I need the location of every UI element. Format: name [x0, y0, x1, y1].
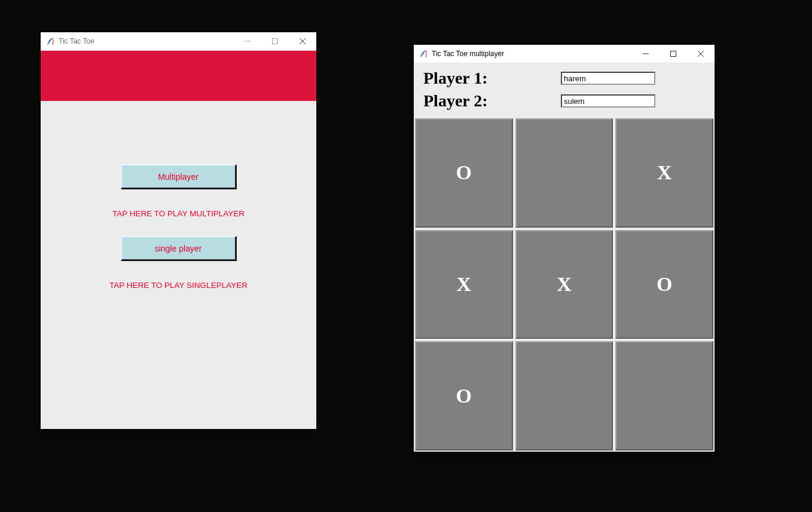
player1-input[interactable]	[561, 72, 655, 85]
cell-2-1[interactable]	[515, 341, 613, 450]
multiplayer-button-label: Multiplayer	[158, 172, 199, 182]
player2-label: Player 2:	[423, 91, 561, 111]
cell-2-2[interactable]	[615, 341, 713, 450]
multiplayer-button[interactable]: Multiplayer	[121, 164, 237, 189]
tk-feather-icon	[419, 49, 428, 59]
multiplayer-caption: TAP HERE TO PLAY MULTIPLAYER	[41, 209, 316, 218]
game-grid: O X X X O O	[414, 118, 715, 452]
cell-0-0[interactable]: O	[415, 118, 513, 228]
close-button[interactable]	[687, 45, 715, 63]
singleplayer-caption: TAP HERE TO PLAY SINGLEPLAYER	[41, 281, 316, 290]
header-band	[41, 51, 316, 101]
svg-rect-5	[671, 51, 676, 57]
tk-feather-icon	[45, 36, 55, 46]
minimize-button[interactable]	[234, 32, 261, 50]
minimize-button[interactable]	[632, 45, 660, 63]
game-body: Player 1: Player 2: O X X X O O	[414, 63, 715, 452]
menu-window: Tic Tac Toe Multiplayer TAP HERE TO PLAY…	[41, 32, 316, 428]
titlebar[interactable]: Tic Tac Toe	[41, 32, 316, 51]
player1-row: Player 1:	[423, 67, 705, 90]
singleplayer-button[interactable]: single player	[121, 236, 237, 261]
cell-2-0[interactable]: O	[415, 341, 513, 450]
menu-body: Multiplayer TAP HERE TO PLAY MULTIPLAYER…	[41, 51, 316, 429]
game-window: Tic Tac Toe multiplayer Player 1: Player…	[414, 45, 715, 451]
cell-0-2[interactable]: X	[615, 118, 713, 228]
cell-1-1[interactable]: X	[515, 230, 613, 339]
titlebar[interactable]: Tic Tac Toe multiplayer	[414, 45, 715, 63]
player2-input[interactable]	[561, 94, 655, 108]
svg-rect-1	[273, 39, 278, 44]
singleplayer-button-label: single player	[155, 244, 202, 253]
cell-0-1[interactable]	[515, 118, 613, 228]
player2-row: Player 2:	[423, 90, 705, 112]
player1-label: Player 1:	[423, 69, 561, 88]
window-title: Tic Tac Toe multiplayer	[432, 50, 504, 58]
close-button[interactable]	[289, 32, 316, 50]
maximize-button[interactable]	[261, 32, 289, 50]
cell-1-2[interactable]: O	[615, 230, 713, 339]
maximize-button[interactable]	[660, 45, 687, 63]
cell-1-0[interactable]: X	[415, 230, 513, 339]
player-panel: Player 1: Player 2:	[414, 63, 715, 118]
window-title: Tic Tac Toe	[59, 37, 94, 45]
